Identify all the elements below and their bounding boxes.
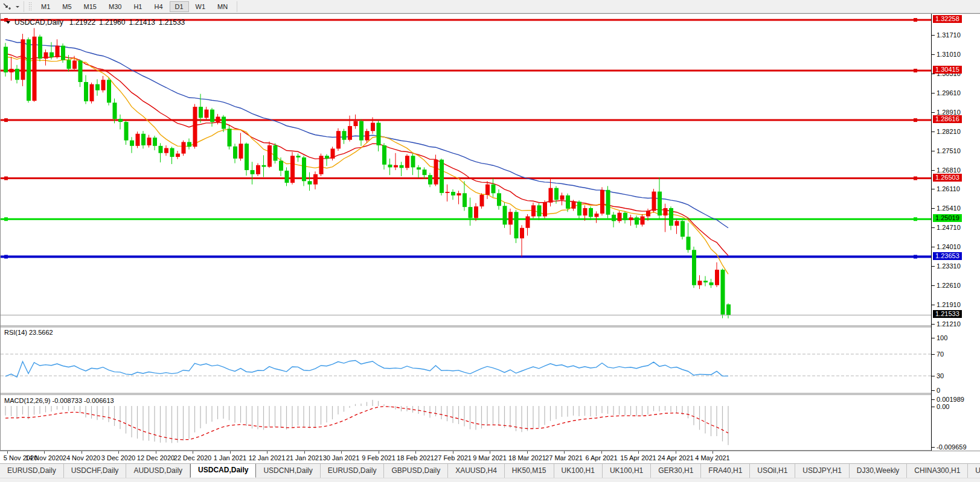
symbol-tab-xauusd-h4[interactable]: XAUUSD,H4	[448, 464, 505, 478]
level-line-handle[interactable]	[914, 255, 917, 259]
level-line-handle[interactable]	[914, 69, 917, 72]
date-tick	[7, 451, 8, 454]
candle-body	[726, 305, 731, 316]
date-tick-label: 12 Dec 2020	[137, 454, 175, 461]
candle-body	[216, 116, 220, 122]
chart-close: 1.21533	[159, 18, 185, 27]
timeframe-button-mn[interactable]: MN	[212, 1, 233, 12]
date-tick-label: 27 Mar 2021	[545, 454, 583, 461]
level-price-badge[interactable]: 1.28616	[933, 115, 962, 123]
level-line-handle[interactable]	[4, 255, 8, 259]
date-tick-label: 6 Apr 2021	[585, 454, 617, 461]
date-tick	[193, 451, 193, 454]
date-tick	[453, 451, 453, 454]
candle-body	[583, 208, 588, 215]
date-tick	[638, 451, 639, 454]
level-price-badge[interactable]: 1.23653	[933, 252, 962, 260]
symbol-tab-eurusd-daily[interactable]: EURUSD,Daily	[321, 464, 385, 478]
symbol-tab-dj30-weekly[interactable]: DJ30,Weekly	[850, 464, 907, 478]
timeframe-button-h4[interactable]: H4	[149, 1, 168, 12]
candle-body	[176, 154, 180, 157]
axis-tick	[932, 54, 935, 55]
candle-body	[136, 134, 140, 146]
chart-open: 1.21922	[69, 18, 95, 27]
timeframe-button-m5[interactable]: M5	[57, 1, 77, 12]
axis-tick	[932, 354, 935, 355]
timeframe-button-m15[interactable]: M15	[78, 1, 102, 12]
candle-body	[497, 193, 501, 206]
symbol-tab-gbpusd-daily[interactable]: GBPUSD,Daily	[384, 464, 448, 478]
candle-body	[274, 145, 278, 161]
candle-body	[262, 165, 266, 167]
candle-body	[233, 147, 237, 159]
candle-body	[199, 107, 203, 118]
timeframe-button-m1[interactable]: M1	[36, 1, 56, 12]
symbol-tab-usdcad-daily[interactable]: USDCAD,Daily	[190, 463, 256, 478]
symbol-tab-hk50-m15[interactable]: HK50,M15	[505, 464, 554, 478]
candle-body	[101, 80, 106, 90]
date-tick	[676, 451, 676, 454]
level-line-handle[interactable]	[914, 217, 917, 221]
symbol-tab-uk100-h1[interactable]: UK100,H1	[603, 464, 651, 478]
candle-body	[147, 138, 152, 145]
candle-body	[313, 174, 318, 185]
timeframe-button-d1[interactable]: D1	[170, 1, 189, 12]
candle-body	[543, 203, 547, 217]
axis-tick	[932, 112, 935, 113]
candle-body	[164, 148, 168, 153]
date-tick	[379, 451, 379, 454]
candle-body	[10, 69, 14, 72]
timeframe-button-m30[interactable]: M30	[103, 1, 127, 12]
symbol-tab-ger30-h1[interactable]: GER30,H1	[651, 464, 701, 478]
symbol-tab-china300-h1[interactable]: CHINA300,H1	[907, 464, 968, 478]
tool-dropdown-icon[interactable]	[14, 4, 21, 9]
candle-body	[27, 39, 31, 101]
level-line-handle[interactable]	[4, 118, 8, 122]
level-line-handle[interactable]	[914, 18, 917, 22]
timeframe-button-h1[interactable]: H1	[128, 1, 147, 12]
candle-body	[641, 217, 645, 225]
level-line-handle[interactable]	[4, 177, 8, 180]
level-price-badge[interactable]: 1.32258	[933, 15, 962, 23]
symbol-tab-audusd-daily[interactable]: AUDUSD,Daily	[126, 464, 190, 478]
symbol-dropdown-icon[interactable]	[5, 18, 11, 27]
toolbar-grip[interactable]	[28, 2, 33, 11]
level-price-badge[interactable]: 1.30415	[933, 66, 962, 74]
level-line-handle[interactable]	[4, 217, 8, 221]
candle-body	[67, 60, 71, 69]
candle-body	[434, 160, 438, 185]
level-line-handle[interactable]	[914, 177, 917, 180]
symbol-tab-usoil-h1[interactable]: USOil,H1	[750, 464, 795, 478]
candle-body	[205, 110, 209, 118]
symbol-tab-usdjpy-h1[interactable]: USDJPY,H1	[795, 464, 849, 478]
candle-body	[319, 156, 324, 174]
timeframe-button-w1[interactable]: W1	[190, 1, 211, 12]
candle-body	[531, 205, 536, 216]
candle-body	[118, 119, 123, 122]
price-axis[interactable]: 1.317101.310101.303101.296101.289101.282…	[931, 14, 980, 451]
chart-window[interactable]: USDCAD,Daily 1.21922 1.21960 1.21413 1.2…	[0, 13, 980, 451]
date-tick-label: 1 Jan 2021	[214, 454, 246, 461]
symbol-tab-uk100-h1[interactable]: UK100,H1	[554, 464, 603, 478]
time-axis[interactable]: 5 Nov 202014 Nov 202024 Nov 20203 Dec 20…	[0, 451, 980, 463]
symbol-tab-u[interactable]: U	[968, 464, 980, 478]
level-price-badge[interactable]: 1.25019	[933, 214, 962, 222]
candle-body	[354, 121, 358, 126]
symbol-tab-usdchf-daily[interactable]: USDCHF,Daily	[64, 464, 127, 478]
level-line-handle[interactable]	[914, 118, 917, 122]
chart-low: 1.21413	[129, 18, 155, 27]
date-tick-label: 3 Dec 2020	[101, 454, 135, 461]
symbol-tab-eurusd-daily[interactable]: EURUSD,Daily	[0, 464, 64, 478]
candle-body	[336, 131, 341, 148]
price-chart-canvas[interactable]	[1, 14, 979, 450]
symbol-tab-usdcnh-daily[interactable]: USDCNH,Daily	[256, 464, 320, 478]
date-tick-label: 4 May 2021	[695, 454, 729, 461]
candle-body	[267, 145, 272, 167]
date-tick-label: 24 Apr 2021	[658, 454, 693, 461]
candle-body	[90, 84, 94, 101]
price-tick-label: 1.27510	[937, 147, 961, 154]
symbol-tab-fra40-h1[interactable]: FRA40,H1	[701, 464, 750, 478]
level-price-badge[interactable]: 1.26503	[933, 174, 962, 182]
candle-body	[589, 208, 593, 217]
crosshair-icon[interactable]	[2, 2, 12, 11]
